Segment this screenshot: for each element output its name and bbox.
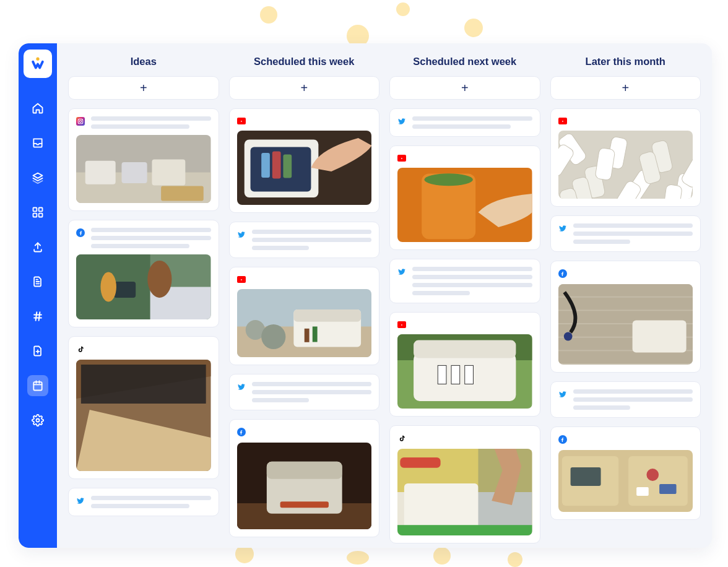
nav-layers-icon[interactable] — [27, 167, 48, 188]
nav-inbox-icon[interactable] — [27, 132, 48, 154]
svg-point-6 — [37, 419, 40, 422]
facebook-icon — [558, 269, 567, 278]
svg-rect-38 — [304, 329, 309, 342]
add-card-button[interactable]: + — [389, 76, 540, 100]
svg-rect-82 — [558, 351, 693, 363]
svg-rect-1 — [33, 208, 37, 212]
youtube-icon — [397, 155, 406, 162]
svg-rect-90 — [659, 484, 676, 494]
post-thumbnail — [237, 131, 372, 205]
post-text-placeholder — [91, 116, 211, 129]
post-thumbnail — [76, 254, 211, 319]
svg-rect-30 — [272, 152, 280, 179]
svg-rect-20 — [114, 282, 136, 298]
post-text-placeholder — [252, 230, 372, 250]
post-card[interactable] — [550, 215, 701, 252]
twitter-icon — [558, 390, 567, 399]
post-thumbnail — [558, 284, 693, 365]
post-card[interactable] — [550, 108, 701, 207]
nav-calendar-icon[interactable] — [27, 375, 48, 396]
nav-hash-icon[interactable] — [27, 306, 48, 327]
svg-rect-57 — [404, 483, 479, 531]
post-card[interactable] — [389, 145, 540, 250]
svg-point-8 — [79, 120, 81, 122]
svg-rect-12 — [85, 161, 116, 184]
post-card[interactable] — [389, 108, 540, 137]
svg-rect-29 — [261, 153, 270, 178]
svg-point-89 — [646, 469, 659, 481]
post-card[interactable] — [229, 419, 380, 537]
post-card[interactable] — [68, 108, 219, 211]
facebook-icon — [237, 428, 246, 436]
svg-rect-60 — [400, 457, 440, 468]
column-title: Ideas — [68, 54, 219, 67]
nav-grid-icon[interactable] — [27, 202, 48, 223]
nav-doc-icon[interactable] — [27, 271, 48, 292]
column: Scheduled this week+ — [229, 54, 380, 548]
post-card[interactable] — [229, 222, 380, 258]
post-card[interactable] — [389, 312, 540, 417]
facebook-icon — [558, 435, 567, 444]
twitter-icon — [397, 267, 406, 276]
nav-settings-icon[interactable] — [27, 410, 48, 431]
post-text-placeholder — [412, 267, 532, 295]
column: Later this month+ — [550, 54, 701, 548]
svg-rect-13 — [121, 162, 147, 183]
svg-point-84 — [563, 332, 572, 341]
svg-rect-54 — [465, 365, 474, 384]
instagram-icon — [76, 117, 85, 126]
svg-rect-59 — [397, 525, 532, 535]
youtube-icon — [237, 276, 246, 283]
svg-rect-52 — [438, 365, 446, 384]
twitter-icon — [558, 224, 567, 233]
post-thumbnail — [237, 443, 372, 529]
svg-point-35 — [261, 324, 285, 349]
post-card[interactable] — [550, 426, 701, 520]
app-frame: Ideas+ Scheduled this week+ — [19, 43, 712, 548]
svg-rect-43 — [266, 462, 342, 479]
post-card[interactable] — [68, 220, 219, 327]
post-card[interactable] — [229, 374, 380, 410]
column-title: Later this month — [550, 54, 701, 67]
post-card[interactable] — [550, 261, 701, 373]
svg-rect-15 — [161, 186, 204, 201]
svg-rect-4 — [39, 214, 43, 217]
post-thumbnail — [397, 168, 532, 242]
post-text-placeholder — [91, 228, 211, 248]
youtube-icon — [397, 321, 406, 328]
column: Ideas+ — [68, 54, 219, 548]
post-thumbnail — [397, 449, 532, 535]
post-card[interactable] — [389, 425, 540, 543]
post-text-placeholder — [91, 496, 211, 508]
add-card-button[interactable]: + — [550, 76, 701, 100]
youtube-icon — [237, 118, 246, 124]
youtube-icon — [558, 118, 567, 124]
post-card[interactable] — [229, 267, 380, 365]
post-card[interactable] — [550, 381, 701, 418]
svg-rect-14 — [152, 160, 185, 186]
post-card[interactable] — [389, 259, 540, 303]
svg-rect-2 — [39, 208, 43, 212]
nav-upload-icon[interactable] — [27, 236, 48, 258]
nav-home-icon[interactable] — [27, 98, 48, 119]
svg-rect-77 — [558, 284, 693, 296]
svg-rect-37 — [293, 309, 361, 322]
tiktok-icon — [76, 345, 85, 353]
svg-rect-53 — [451, 365, 460, 384]
post-card[interactable] — [68, 488, 219, 516]
svg-rect-91 — [636, 487, 649, 496]
post-thumbnail — [237, 289, 372, 357]
post-thumbnail — [76, 135, 211, 203]
tiktok-icon — [397, 434, 406, 443]
app-logo[interactable] — [24, 50, 52, 78]
column-title: Scheduled next week — [389, 54, 540, 67]
add-card-button[interactable]: + — [229, 76, 380, 100]
svg-rect-44 — [280, 501, 328, 508]
svg-rect-78 — [558, 298, 693, 310]
post-card[interactable] — [229, 108, 380, 213]
nav-new-icon[interactable] — [27, 340, 48, 361]
svg-rect-87 — [628, 456, 688, 506]
post-card[interactable] — [68, 336, 219, 479]
svg-point-19 — [147, 261, 171, 298]
add-card-button[interactable]: + — [68, 76, 219, 100]
